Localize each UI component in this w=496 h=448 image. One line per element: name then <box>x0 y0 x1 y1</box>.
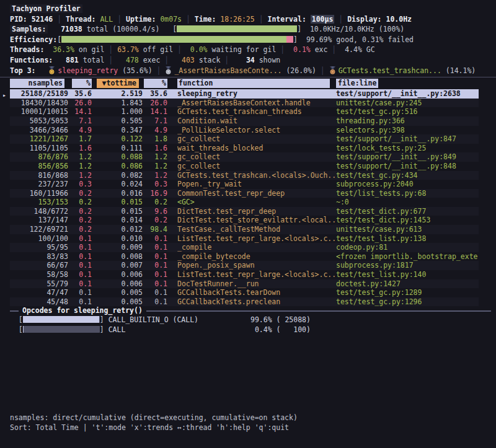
info-label: Display: <box>347 15 386 24</box>
table-row[interactable]: 18430/1843026.01.84326.0_AssertRaisesBas… <box>10 99 479 108</box>
table-row[interactable]: 95/950.10.0090.1_compilecodeop.py:81 <box>10 243 479 252</box>
cell-tottime: 0.007 <box>92 261 143 270</box>
cell-file-line: ~:0 <box>336 198 479 207</box>
info-label: Thread: <box>66 15 100 24</box>
cell-direct-pct: 14.1 <box>68 107 92 116</box>
info-label: PID: <box>10 15 32 24</box>
cell-function: CommonTest.test_repr_deep <box>177 189 336 198</box>
cell-gap <box>167 234 177 244</box>
cell-tottime: 1.843 <box>92 99 143 108</box>
cell-cumulative-pct: 1.6 <box>143 144 167 153</box>
table-row[interactable]: 47/470.10.0050.1GCCallbackTests.tearDown… <box>10 288 479 297</box>
cell-direct-pct: 35.6 <box>68 89 92 99</box>
column-header-tottime[interactable]: ▼tottime <box>92 79 143 89</box>
cell-gap <box>167 126 177 135</box>
table-row[interactable]: 160/119660.20.01616.9CommonTest.test_rep… <box>10 189 479 198</box>
cell-nsamples: 95/95 <box>10 243 68 252</box>
column-header-[interactable]: % <box>68 79 92 89</box>
cell-cumulative-pct: 0.1 <box>143 270 167 279</box>
bronze-medal-icon <box>329 66 336 76</box>
cell-tottime: 0.008 <box>92 252 143 261</box>
cell-tottime: 0.086 <box>92 162 143 171</box>
cell-cumulative-pct: 1.2 <box>143 171 167 180</box>
cell-function: gc_collect <box>177 162 336 171</box>
info-value: 10.0Hz <box>386 15 412 24</box>
table-row[interactable]: 1221/12671.70.1221.8gc_collecttest/suppo… <box>10 134 479 144</box>
opcode-pct: 99.6% ( 25088) <box>250 315 311 325</box>
table-row[interactable]: 3466/34664.90.3474.9_PollLikeSelector.se… <box>10 126 479 135</box>
cell-function: GCTests.test_trashcan_threads <box>177 107 336 116</box>
cell-nsamples: 148/6772 <box>10 207 68 216</box>
table-row[interactable]: 137/1470.20.0140.2DictTest.test_store_ev… <box>10 216 479 225</box>
cell-tottime: 0.009 <box>92 243 143 252</box>
cell-nsamples: 66/67 <box>10 261 68 270</box>
cell-file-line: test/test_gc.py:1289 <box>336 288 479 297</box>
cell-nsamples: 1221/1267 <box>10 134 68 144</box>
cell-nsamples: 100/100 <box>10 234 68 244</box>
cell-tottime: 0.016 <box>92 189 143 198</box>
cell-nsamples: 856/856 <box>10 162 68 171</box>
info-value: 0m07s <box>160 15 182 24</box>
table-row[interactable]: 876/8761.20.0881.2gc_collecttest/support… <box>10 152 479 162</box>
cell-file-line: threading.py:366 <box>336 116 479 126</box>
efficiency-line: Efficiency:[] 99.69% good, 0.31% failed <box>0 35 496 45</box>
cell-gap <box>167 279 177 289</box>
info-label: Uptime: <box>126 15 160 24</box>
table-row[interactable]: 816/8681.20.0821.2GCTests.test_trashcan.… <box>10 171 479 180</box>
table-row[interactable]: 5053/50537.10.5057.1Condition.waitthread… <box>10 116 479 126</box>
cell-cumulative-pct: 7.1 <box>143 116 167 126</box>
opcode-name: CALL <box>108 325 126 334</box>
column-header-nsamples[interactable]: nsamples <box>10 79 68 89</box>
cell-file-line: selectors.py:398 <box>336 126 479 135</box>
table-row[interactable]: 856/8561.20.0861.2gc_collecttest/support… <box>10 162 479 171</box>
top3-label: Top 3: <box>10 66 48 75</box>
cell-nsamples: 122/69721 <box>10 225 68 234</box>
cell-file-line: subprocess.py:2040 <box>336 180 479 189</box>
cell-direct-pct: 0.3 <box>68 180 92 189</box>
cell-gap <box>167 198 177 207</box>
table-row[interactable]: 122/697210.20.01298.4TestCase._callTestM… <box>10 225 479 234</box>
table-row[interactable]: 55/790.10.0060.1DocTestRunner.__rundocte… <box>10 279 479 289</box>
samples-rate-text: total (10000.4/s) <box>82 25 160 33</box>
table-row[interactable]: 153/1530.20.0150.2<GC>~:0 <box>10 198 479 207</box>
table-row[interactable]: 58/580.10.0060.1ListTest.test_repr_large… <box>10 270 479 279</box>
cell-cumulative-pct: 0.1 <box>143 288 167 297</box>
opcodes-section-header: Opcodes for sleeping_retry() <box>0 306 491 315</box>
stat-value: 881 <box>57 56 79 64</box>
table-row[interactable]: 66/670.10.0070.1Popen._posix_spawnsubpro… <box>10 261 479 270</box>
table-row[interactable]: 148/67720.20.0159.6DictTest.test_repr_de… <box>10 207 479 216</box>
cell-direct-pct: 4.9 <box>68 126 92 135</box>
top3-line: Top 3: sleeping_retry (35.6%) │ _AssertR… <box>0 66 496 76</box>
cell-file-line: unittest/case.py:613 <box>336 225 479 234</box>
table-row[interactable]: 10001/1001514.11.00014.1GCTests.test_tra… <box>10 107 479 116</box>
cell-function: _PollLikeSelector.select <box>177 126 336 135</box>
column-header-function[interactable]: function <box>177 79 336 89</box>
cell-file-line: test/list_tests.py:68 <box>336 189 479 198</box>
cell-gap <box>167 243 177 252</box>
rule-left <box>10 310 19 312</box>
cell-file-line: <frozen importlib._bootstrap_externa <box>336 252 479 261</box>
efficiency-bar <box>61 36 293 43</box>
cell-direct-pct: 0.1 <box>68 279 92 289</box>
column-header-[interactable]: % <box>143 79 167 89</box>
cell-cumulative-pct: 0.1 <box>143 297 167 307</box>
table-row[interactable]: 83/830.10.0080.1_compile_bytecode<frozen… <box>10 252 479 261</box>
table-row[interactable]: 237/2370.30.0240.3Popen._try_waitsubproc… <box>10 180 479 189</box>
table-row[interactable]: 25188/2518935.62.51935.6sleeping_retryte… <box>10 89 479 99</box>
cell-tottime: 0.012 <box>92 225 143 234</box>
column-header-fileline[interactable]: file:line <box>336 79 479 89</box>
functions-line: Functions: 881 total │ 478 exec │ 403 st… <box>0 55 496 66</box>
cell-cumulative-pct: 14.1 <box>143 107 167 116</box>
opcodes-bars: [] CALL_BUILTIN_O (CALL)99.6% ( 25088) [… <box>0 315 496 334</box>
table-row[interactable]: 45/480.10.0050.1GCCallbackTests.preclean… <box>10 297 479 307</box>
cell-cumulative-pct: 0.1 <box>143 261 167 270</box>
samples-khz: 10.0KHz/10.0KHz (100%) <box>310 25 404 33</box>
stat-value: 0.0% <box>186 45 208 54</box>
table-row[interactable]: 100/1000.10.0100.1ListTest.test_repr_lar… <box>10 234 479 244</box>
table-row[interactable]: 1105/11051.60.1111.6wait_threads_blocked… <box>10 144 479 153</box>
cell-tottime: 0.005 <box>92 288 143 297</box>
profiler-terminal: Tachyon Profiler PID: 52146 │ Thread: AL… <box>0 0 496 448</box>
stat-value: 36.3% <box>53 45 74 54</box>
cell-cumulative-pct: 16.9 <box>143 189 167 198</box>
cell-tottime: 0.347 <box>92 126 143 135</box>
